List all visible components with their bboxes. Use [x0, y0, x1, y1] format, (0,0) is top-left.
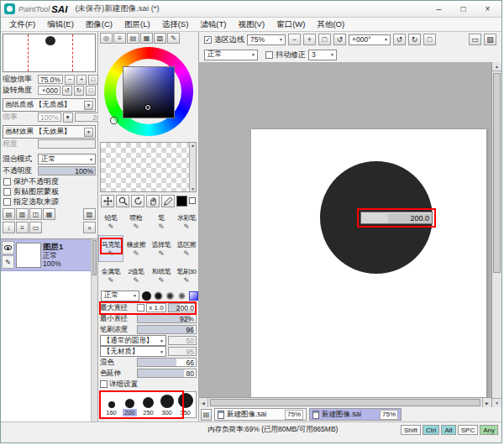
layer-opacity-slider[interactable]: 100% [38, 166, 96, 175]
layer-visibility-toggle[interactable] [2, 241, 14, 254]
toolbar-extra-button[interactable]: ▧ [484, 34, 496, 45]
size-preset-300[interactable]: 300 [158, 395, 176, 416]
brush-paint-mode-select[interactable]: 正常 [101, 291, 139, 301]
scratchpad-tab[interactable]: ✎ [167, 33, 180, 44]
canvas-angle-select[interactable]: +000° [349, 34, 391, 45]
selection-border-checkbox[interactable] [204, 36, 212, 44]
saturation-value-square[interactable] [123, 67, 174, 118]
new-layer-button[interactable]: ▤ [3, 208, 15, 220]
color-blending-slider[interactable]: 66 [137, 358, 197, 367]
menu-others[interactable]: 其他(O) [311, 19, 350, 30]
secondary-color-swatch[interactable] [189, 197, 196, 204]
layer-list-scrollbar[interactable] [91, 239, 97, 421]
dropdown-arrow-icon[interactable] [84, 128, 93, 137]
horizontal-scroll-thumb[interactable] [210, 399, 480, 406]
minimize-button[interactable]: – [428, 3, 449, 16]
menu-filter[interactable]: 滤镜(T) [194, 19, 232, 30]
rotate-cw-button[interactable]: ↻ [74, 86, 84, 96]
scroll-up-icon[interactable]: ▲ [492, 62, 501, 71]
menu-view[interactable]: 视图(V) [232, 19, 270, 30]
menu-image[interactable]: 图像(C) [80, 19, 118, 30]
horizontal-scrollbar[interactable]: ◀ ▶ [199, 397, 491, 407]
menu-window[interactable]: 窗口(W) [270, 19, 311, 30]
menu-edit[interactable]: 编辑(E) [41, 19, 80, 30]
menu-layer[interactable]: 图层(L) [118, 19, 156, 30]
tool-washi-pen[interactable]: 和纸笔✎ [149, 262, 174, 289]
primary-color-swatch[interactable] [176, 196, 187, 207]
copy-layer-button[interactable]: ▦ [43, 208, 55, 220]
min-diameter-slider[interactable]: 92% [137, 314, 197, 323]
transfer-down-button[interactable]: ↓ [3, 222, 15, 233]
scroll-left-icon[interactable]: ◀ [199, 398, 208, 407]
rotate-reset-button[interactable]: □ [423, 34, 436, 45]
preserve-opacity-checkbox[interactable] [3, 178, 11, 186]
layer-row-selected[interactable]: ✎ 图层1 正常 100% [1, 239, 91, 271]
merge-down-button[interactable]: ≡ [16, 222, 29, 233]
brush-tip-softest-icon[interactable] [177, 291, 186, 301]
clear-layer-button[interactable]: ▭ [29, 222, 42, 233]
navigator-preview[interactable] [3, 34, 96, 72]
canvas-zoom-select[interactable]: 75% [247, 34, 286, 45]
layer-blend-mode-select[interactable]: 正常 [38, 154, 96, 165]
brush-tip-hard-icon[interactable] [142, 291, 151, 301]
scratchpad-area[interactable] [100, 142, 197, 192]
brush-texture-strength-slider[interactable]: 95 [168, 347, 197, 356]
material-effect-select[interactable]: 画材效果 【无效果】 [3, 125, 96, 139]
brush-texture-select[interactable]: 【无材质】 [100, 346, 166, 357]
rotate-cw-button[interactable]: ↻ [408, 34, 421, 45]
flip-canvas-button[interactable]: ▭ [469, 34, 481, 45]
tool-watercolor[interactable]: 水彩笔✎ [174, 208, 199, 235]
tab-list-button[interactable]: ▤ [201, 409, 212, 421]
rotate-ccw-button[interactable]: ↺ [62, 86, 72, 96]
rotate-tool-button[interactable] [131, 195, 144, 207]
tool-brush[interactable]: 笔✎ [149, 208, 174, 235]
size-unit-toggle[interactable] [137, 304, 144, 312]
menu-select[interactable]: 选择(S) [156, 19, 195, 30]
selection-source-checkbox[interactable] [3, 198, 11, 206]
material-degree-slider[interactable] [38, 139, 96, 149]
paper-quality-button[interactable]: ▨ [83, 208, 96, 220]
brush-tip-texture-icon[interactable] [189, 291, 198, 301]
eyedropper-tool-button[interactable] [161, 195, 175, 207]
brush-tip-softer-icon[interactable] [165, 291, 175, 301]
tool-select-eraser[interactable]: 选区擦✎ [174, 235, 199, 262]
brush-density-slider[interactable]: 96 [137, 325, 197, 334]
scroll-right-icon[interactable]: ▶ [482, 398, 491, 407]
vertical-scroll-thumb[interactable] [493, 73, 501, 273]
color-wheel[interactable] [98, 45, 198, 141]
zoom-out-button[interactable]: − [288, 34, 301, 45]
menu-file[interactable]: 文件(F) [3, 19, 41, 30]
new-sketch-layer-button[interactable]: ▥ [16, 208, 29, 220]
delete-layer-button[interactable]: × [83, 222, 96, 233]
tool-airbrush[interactable]: 喷枪✎ [123, 208, 149, 235]
color-persistence-slider[interactable]: 80 [137, 369, 197, 378]
size-preset-200[interactable]: 200 [121, 399, 139, 416]
brush-blend-toolbar-select[interactable]: 正常 [204, 50, 258, 60]
color-wheel-tab[interactable]: ◎ [100, 33, 113, 44]
rotate-reset-button[interactable]: □ [86, 86, 96, 96]
document-tab-1[interactable]: 新建图像.sai 75% [214, 408, 307, 421]
size-preset-160[interactable]: 160 [102, 401, 120, 416]
dropdown-arrow-icon[interactable] [84, 101, 93, 110]
zoom-reset-button[interactable]: ↺ [333, 34, 346, 45]
paper-scale-dropdown-button[interactable]: ▾ [63, 113, 73, 123]
hand-tool-button[interactable] [146, 195, 160, 207]
rotate-ccw-button[interactable]: ↺ [393, 34, 406, 45]
tool-binary-pen[interactable]: 2值笔✎ [123, 262, 149, 289]
maximize-button[interactable]: □ [453, 3, 474, 16]
tool-metal-pen[interactable]: 金属笔✎ [98, 262, 123, 289]
scratchpad-scrollbar[interactable] [189, 143, 196, 191]
size-multiplier-value[interactable]: x 1.0 [146, 303, 166, 312]
brush-shape-select[interactable]: 【通常的圆形】 [100, 335, 166, 346]
nav-zoom-in-button[interactable]: + [76, 75, 87, 85]
stabilizer-level-select[interactable]: 3 [308, 50, 337, 60]
tool-pencil[interactable]: 铅笔✎ [98, 208, 123, 235]
tool-select-pen[interactable]: 选择笔✎ [149, 235, 174, 262]
document-tab-2-active[interactable]: 新建图像.sai 75% [309, 408, 402, 421]
tool-brush30[interactable]: 笔刷30✎ [174, 262, 199, 289]
nav-zoom-reset-button[interactable]: □ [88, 75, 98, 85]
new-folder-button[interactable]: ◫ [29, 208, 42, 220]
tool-marker[interactable]: 马克笔✎ [98, 235, 123, 262]
zoom-tool-button[interactable] [116, 195, 129, 207]
close-button[interactable]: × [477, 3, 498, 16]
